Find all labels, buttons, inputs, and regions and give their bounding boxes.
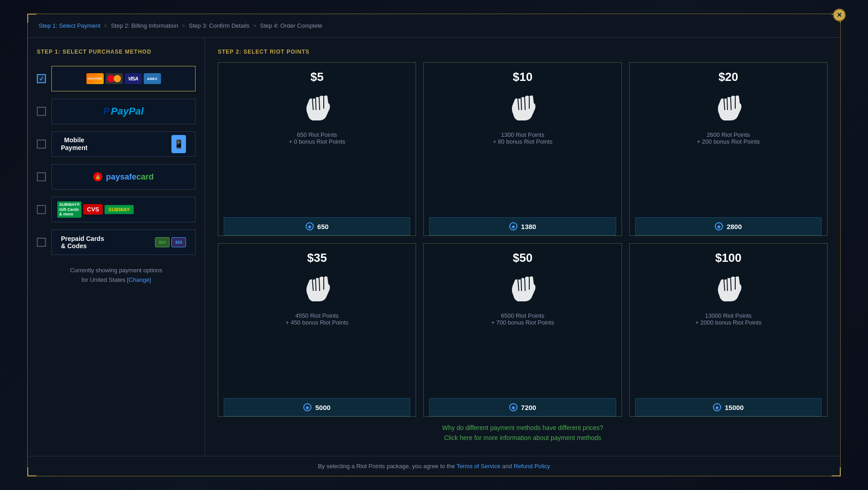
cc-logos: DISCOVER VISA AMEX <box>86 73 161 84</box>
rp-info-10: 1300 Riot Points + 80 bonus Riot Points <box>493 131 552 145</box>
discover-icon: DISCOVER <box>86 73 104 84</box>
rp-package-35[interactable]: $35 4550 Riot Points + 450 bonus Riot Po… <box>218 243 416 417</box>
breadcrumb-sep-1: > <box>104 23 107 29</box>
payment-card-credit-card[interactable]: DISCOVER VISA AMEX <box>51 66 196 91</box>
breadcrumb-step-3[interactable]: Step 3: Confirm Details <box>189 22 250 29</box>
payment-price-link[interactable]: Why do different payment methods have di… <box>218 424 828 431</box>
rp-total-5: 650 <box>317 223 329 230</box>
payment-card-paypal[interactable]: P PayPal <box>51 99 196 124</box>
breadcrumb-step-1[interactable]: Step 1: Select Payment <box>39 22 100 29</box>
breadcrumb-step-4[interactable]: Step 4: Order Complete <box>260 22 322 29</box>
checkbox-paysafe[interactable] <box>37 172 46 181</box>
payment-option-paypal[interactable]: P PayPal <box>37 99 196 124</box>
refund-link[interactable]: Refund Policy <box>514 463 550 470</box>
rp-base-10: 1300 Riot Points <box>493 131 552 138</box>
prepaid-card-10: $10 <box>155 237 170 247</box>
rp-base-50: 6500 Riot Points <box>491 312 554 319</box>
checkbox-paypal[interactable] <box>37 107 46 116</box>
rp-total-35: 5000 <box>315 404 330 411</box>
rp-price-20: $20 <box>718 70 738 84</box>
checkbox-gift-cards[interactable] <box>37 205 46 214</box>
footer-and: and <box>502 463 513 470</box>
corner-bl <box>27 467 36 476</box>
breadcrumb: Step 1: Select Payment > Step 2: Billing… <box>28 14 840 38</box>
country-text: Currently showing payment options <box>70 267 162 274</box>
gift-cards-content: SUBWAY®Gift Cards& more CVS SUBWAY <box>57 201 190 218</box>
paysafe-content: 🔒 paysafecard <box>93 172 154 182</box>
rp-package-100[interactable]: $100 13000 Riot Points + 2000 bonus Riot… <box>629 243 828 417</box>
rp-coin-icon-10: ◈ <box>509 222 517 230</box>
rp-info-20: 2600 Riot Points + 200 bonus Riot Points <box>697 131 760 145</box>
mobile-payment-label: MobilePayment <box>61 136 87 152</box>
subway-left: SUBWAY®Gift Cards& more <box>57 201 81 218</box>
fist-icon-20 <box>710 90 747 126</box>
rp-base-35: 4550 Riot Points <box>286 312 348 319</box>
rp-bonus-10: + 80 bonus Riot Points <box>493 138 552 145</box>
rp-buy-btn-20[interactable]: ◈ 2800 <box>635 217 822 235</box>
prepaid-card-25: $25 <box>171 237 186 247</box>
payment-option-prepaid[interactable]: Prepaid Cards& Codes $10 $25 <box>37 230 196 255</box>
rp-coin-icon-35: ◈ <box>303 403 311 411</box>
amex-icon: AMEX <box>144 73 161 84</box>
rp-info-50: 6500 Riot Points + 700 bonus Riot Points <box>491 312 554 326</box>
corner-br <box>832 467 841 476</box>
mastercard-icon <box>105 73 123 84</box>
close-button[interactable]: ✕ <box>833 9 846 21</box>
payment-option-credit-card[interactable]: DISCOVER VISA AMEX <box>37 66 196 91</box>
right-panel: STEP 2: SELECT RIOT POINTS $5 650 Riot P… <box>205 38 840 456</box>
breadcrumb-step-2[interactable]: Step 2: Billing Information <box>111 22 178 29</box>
rp-buy-btn-5[interactable]: ◈ 650 <box>224 217 410 235</box>
fist-icon-100 <box>710 270 747 307</box>
rp-bonus-20: + 200 bonus Riot Points <box>697 138 760 145</box>
checkbox-credit-card[interactable] <box>37 74 46 83</box>
prepaid-card-icons: $10 $25 <box>155 237 186 247</box>
rp-buy-btn-50[interactable]: ◈ 7200 <box>429 398 616 416</box>
mobile-icon: 📱 <box>171 135 186 153</box>
fist-icon-35 <box>299 270 335 307</box>
corner-tl <box>27 14 36 23</box>
payment-methods-link[interactable]: Click here for more information about pa… <box>218 434 828 441</box>
rp-bonus-35: + 450 bonus Riot Points <box>286 319 348 326</box>
fist-icon-5 <box>299 90 335 126</box>
paypal-p-icon: P <box>103 105 110 117</box>
rp-info-100: 13000 Riot Points + 2000 bonus Riot Poin… <box>695 312 762 326</box>
payment-card-mobile[interactable]: MobilePayment 📱 <box>51 131 196 157</box>
payment-card-gift-cards[interactable]: SUBWAY®Gift Cards& more CVS SUBWAY <box>51 197 196 222</box>
mobile-payment-content: MobilePayment 📱 <box>57 135 190 153</box>
rp-base-100: 13000 Riot Points <box>695 312 762 319</box>
payment-option-mobile[interactable]: MobilePayment 📱 <box>37 131 196 157</box>
prepaid-content: Prepaid Cards& Codes $10 $25 <box>57 235 190 250</box>
payment-option-paysafe[interactable]: 🔒 paysafecard <box>37 164 196 190</box>
payment-card-prepaid[interactable]: Prepaid Cards& Codes $10 $25 <box>51 230 196 255</box>
prepaid-label: Prepaid Cards& Codes <box>61 235 104 250</box>
rp-buy-btn-35[interactable]: ◈ 5000 <box>224 398 410 416</box>
rp-package-10[interactable]: $10 1300 Riot Points + 80 bonus Riot Poi… <box>423 62 622 236</box>
rp-base-20: 2600 Riot Points <box>697 131 760 138</box>
payment-card-paysafe[interactable]: 🔒 paysafecard <box>51 164 196 190</box>
rp-package-50[interactable]: $50 6500 Riot Points + 700 bonus Riot Po… <box>423 243 622 417</box>
rp-package-20[interactable]: $20 2600 Riot Points + 200 bonus Riot Po… <box>629 62 828 236</box>
fist-icon-50 <box>504 270 541 307</box>
rp-base-5: 650 Riot Points <box>289 131 345 138</box>
subway-badge: SUBWAY®Gift Cards& more <box>57 201 81 218</box>
right-panel-title: STEP 2: SELECT RIOT POINTS <box>218 49 828 55</box>
footer-text: By selecting a Riot Points package, you … <box>318 463 457 470</box>
rp-total-50: 7200 <box>521 404 536 411</box>
left-panel-title: STEP 1: SELECT PURCHASE METHOD <box>37 49 196 55</box>
rp-coin-icon-50: ◈ <box>509 403 517 411</box>
breadcrumb-sep-2: > <box>182 23 185 29</box>
rp-total-20: 2800 <box>727 223 742 230</box>
checkbox-mobile[interactable] <box>37 140 46 149</box>
payment-option-gift-cards[interactable]: SUBWAY®Gift Cards& more CVS SUBWAY <box>37 197 196 222</box>
checkbox-prepaid[interactable] <box>37 238 46 247</box>
left-panel: STEP 1: SELECT PURCHASE METHOD DISCOVER … <box>28 38 205 456</box>
rp-package-5[interactable]: $5 650 Riot Points + 0 bonus Riot Points… <box>218 62 416 236</box>
change-link[interactable]: [Change] <box>127 276 151 283</box>
paypal-text: PayPal <box>111 105 144 117</box>
rp-buy-btn-10[interactable]: ◈ 1380 <box>429 217 616 235</box>
paypal-logo: P PayPal <box>103 105 144 117</box>
rp-bonus-5: + 0 bonus Riot Points <box>289 138 345 145</box>
modal-container: ✕ Step 1: Select Payment > Step 2: Billi… <box>27 14 841 476</box>
tos-link[interactable]: Terms of Service <box>457 463 501 470</box>
rp-buy-btn-100[interactable]: ◈ 15000 <box>635 398 822 416</box>
